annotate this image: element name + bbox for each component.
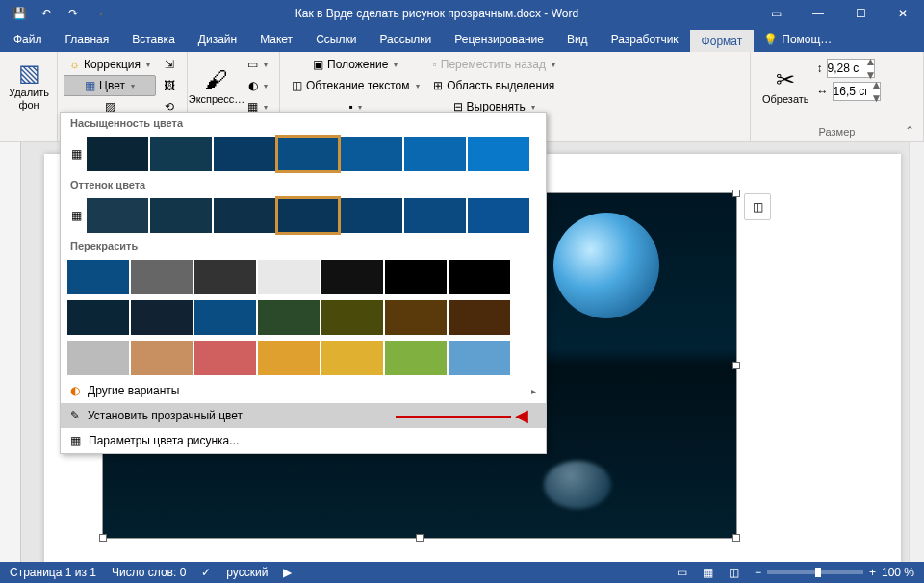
recolor-thumb[interactable] bbox=[321, 260, 383, 294]
vertical-scrollbar[interactable] bbox=[909, 142, 924, 562]
recolor-thumb[interactable] bbox=[131, 341, 192, 375]
tone-label: Оттенок цвета bbox=[61, 174, 546, 195]
proofing-icon[interactable]: ✓ bbox=[201, 566, 211, 579]
vertical-ruler[interactable] bbox=[0, 142, 21, 562]
resize-handle[interactable] bbox=[732, 190, 740, 197]
layout-options-button[interactable]: ◫ bbox=[744, 193, 771, 220]
picture-color-options-item[interactable]: ▦ Параметры цвета рисунка... bbox=[61, 428, 546, 453]
redo-icon[interactable]: ↷ bbox=[62, 2, 85, 25]
minimize-icon[interactable]: — bbox=[797, 0, 839, 27]
word-count[interactable]: Число слов: 0 bbox=[112, 566, 186, 579]
tab-design[interactable]: Дизайн bbox=[187, 27, 248, 52]
tab-format[interactable]: Формат bbox=[690, 27, 755, 52]
tab-file[interactable]: Файл bbox=[2, 27, 54, 52]
recolor-thumb[interactable] bbox=[258, 300, 320, 335]
recolor-thumb[interactable] bbox=[385, 300, 447, 335]
more-variants-item[interactable]: ◐ Другие варианты ▸ bbox=[61, 378, 546, 403]
saturation-thumb[interactable] bbox=[87, 137, 148, 171]
saturation-thumb[interactable] bbox=[468, 137, 529, 171]
recolor-thumb[interactable] bbox=[449, 300, 510, 335]
corrections-button[interactable]: ☼ Коррекция ▾ bbox=[64, 54, 156, 75]
zoom-slider[interactable] bbox=[767, 570, 863, 574]
recolor-thumb[interactable] bbox=[67, 260, 129, 294]
ribbon-display-icon[interactable]: ▭ bbox=[755, 0, 797, 27]
crop-button[interactable]: ✂ Обрезать bbox=[757, 54, 815, 117]
set-transparent-color-item[interactable]: ✎ Установить прозрачный цвет ◀ bbox=[61, 403, 546, 428]
tone-thumb[interactable] bbox=[214, 198, 275, 233]
tone-thumb[interactable] bbox=[341, 198, 402, 233]
send-backward-button[interactable]: ▫Переместить назад▾ bbox=[427, 54, 561, 75]
group-adjust: ▧ Удалить фон bbox=[0, 52, 58, 141]
save-icon[interactable]: 💾 bbox=[8, 2, 31, 25]
recolor-thumb[interactable] bbox=[385, 341, 447, 375]
resize-handle[interactable] bbox=[732, 534, 740, 542]
eyedropper-icon: ✎ bbox=[70, 409, 80, 422]
remove-background-button[interactable]: ▧ Удалить фон bbox=[6, 54, 52, 117]
resize-handle[interactable] bbox=[732, 362, 740, 369]
close-icon[interactable]: ✕ bbox=[882, 0, 924, 27]
tab-layout[interactable]: Макет bbox=[248, 27, 304, 52]
chevron-down-icon: ▾ bbox=[131, 82, 135, 90]
tone-thumb[interactable] bbox=[404, 198, 466, 233]
tone-thumb[interactable] bbox=[87, 198, 148, 233]
recolor-thumb[interactable] bbox=[67, 341, 129, 375]
statusbar: Страница 1 из 1 Число слов: 0 ✓ русский … bbox=[0, 562, 924, 583]
view-print-icon[interactable]: ▦ bbox=[703, 566, 713, 579]
tab-mailings[interactable]: Рассылки bbox=[368, 27, 443, 52]
view-web-icon[interactable]: ◫ bbox=[729, 566, 739, 579]
recolor-thumb[interactable] bbox=[131, 300, 192, 335]
recolor-thumb[interactable] bbox=[67, 300, 129, 335]
recolor-thumb[interactable] bbox=[194, 300, 256, 335]
view-read-icon[interactable]: ▭ bbox=[677, 566, 687, 579]
saturation-thumb[interactable] bbox=[214, 137, 275, 171]
resize-handle[interactable] bbox=[416, 534, 424, 542]
undo-icon[interactable]: ↶ bbox=[35, 2, 58, 25]
tab-insert[interactable]: Вставка bbox=[120, 27, 187, 52]
color-button[interactable]: ▦ Цвет ▾ bbox=[64, 75, 156, 96]
recolor-thumb[interactable] bbox=[194, 260, 256, 294]
saturation-preset-icon[interactable]: ▦ bbox=[67, 137, 85, 171]
position-button[interactable]: ▣Положение▾ bbox=[286, 54, 424, 75]
recolor-thumb[interactable] bbox=[321, 341, 383, 375]
collapse-ribbon-icon[interactable]: ⌃ bbox=[905, 124, 918, 138]
width-icon: ↔ bbox=[817, 85, 829, 98]
tab-references[interactable]: Ссылки bbox=[304, 27, 368, 52]
zoom-out-icon[interactable]: − bbox=[755, 566, 761, 579]
zoom-level[interactable]: 100 % bbox=[882, 566, 914, 579]
page-status[interactable]: Страница 1 из 1 bbox=[10, 566, 96, 579]
tone-thumb[interactable] bbox=[150, 198, 212, 233]
picture-border-button[interactable]: ▭▾ bbox=[242, 54, 273, 75]
tab-review[interactable]: Рецензирование bbox=[443, 27, 555, 52]
recolor-thumb[interactable] bbox=[449, 341, 510, 375]
recolor-thumb[interactable] bbox=[449, 260, 510, 294]
tab-home[interactable]: Главная bbox=[54, 27, 121, 52]
recolor-thumb[interactable] bbox=[258, 260, 320, 294]
zoom-in-icon[interactable]: + bbox=[869, 566, 876, 579]
recolor-thumb[interactable] bbox=[131, 260, 192, 294]
help-tell-me[interactable]: 💡 Помощ… bbox=[754, 27, 841, 52]
saturation-thumb[interactable] bbox=[341, 137, 402, 171]
resize-handle[interactable] bbox=[99, 534, 107, 542]
express-styles-button[interactable]: 🖌 Экспресс… bbox=[193, 54, 240, 117]
recolor-thumb[interactable] bbox=[194, 341, 256, 375]
recolor-thumb[interactable] bbox=[385, 260, 447, 294]
recolor-thumb[interactable] bbox=[258, 341, 320, 375]
selection-pane-button[interactable]: ⊞Область выделения bbox=[427, 75, 561, 96]
macro-icon[interactable]: ▶ bbox=[283, 566, 292, 579]
maximize-icon[interactable]: ☐ bbox=[839, 0, 882, 27]
tone-thumb[interactable] bbox=[468, 198, 529, 233]
saturation-thumb[interactable] bbox=[150, 137, 212, 171]
language-status[interactable]: русский bbox=[226, 566, 268, 579]
change-picture-button[interactable]: 🖼 bbox=[158, 75, 181, 96]
tone-preset-icon[interactable]: ▦ bbox=[67, 198, 85, 233]
qat-more-icon[interactable]: ▾ bbox=[89, 2, 112, 25]
picture-effects-button[interactable]: ◐▾ bbox=[242, 75, 273, 96]
tab-view[interactable]: Вид bbox=[555, 27, 600, 52]
recolor-thumb[interactable] bbox=[321, 300, 383, 335]
tab-developer[interactable]: Разработчик bbox=[600, 27, 690, 52]
compress-pictures-button[interactable]: ⇲ bbox=[158, 54, 181, 75]
saturation-thumb[interactable] bbox=[404, 137, 466, 171]
wrap-text-button[interactable]: ◫Обтекание текстом▾ bbox=[286, 75, 424, 96]
tone-thumb[interactable] bbox=[277, 198, 339, 233]
saturation-thumb[interactable] bbox=[277, 137, 339, 171]
